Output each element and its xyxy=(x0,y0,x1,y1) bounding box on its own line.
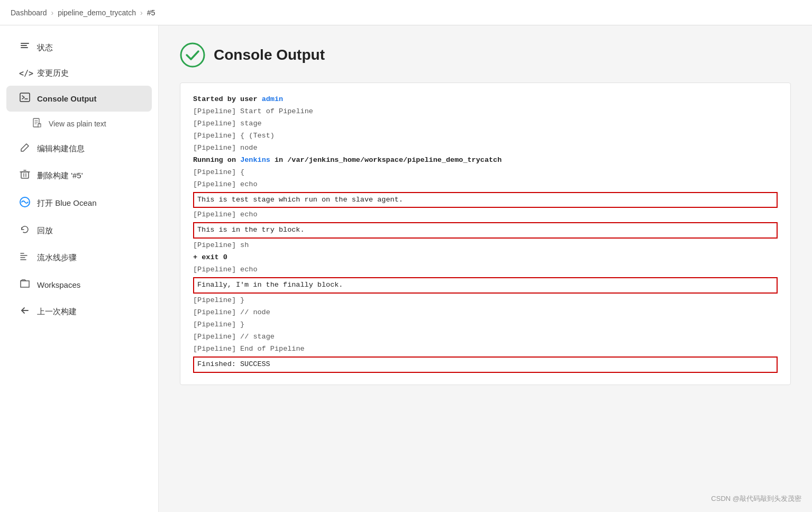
console-line-3: [Pipeline] { (Test) xyxy=(193,130,778,142)
prev-build-icon xyxy=(19,305,31,318)
console-output-icon xyxy=(19,92,31,105)
svg-rect-10 xyxy=(21,172,29,178)
edit-icon xyxy=(19,142,31,156)
pipeline-steps-icon xyxy=(19,251,31,264)
sidebar-label-delete-build: 删除构建 '#5' xyxy=(37,171,83,181)
sidebar-label-edit-build: 编辑构建信息 xyxy=(37,144,85,154)
change-history-icon: </> xyxy=(19,69,31,78)
status-icon xyxy=(19,41,31,54)
console-line-highlighted-3: Finally, I'm in the finally block. xyxy=(193,277,778,294)
sidebar-item-status[interactable]: 状态 xyxy=(6,35,152,61)
console-line-0: Started by user admin xyxy=(193,94,778,106)
svg-rect-1 xyxy=(21,45,27,46)
console-line-5: Running on Jenkins in /var/jenkins_home/… xyxy=(193,154,778,167)
sidebar-item-change-history[interactable]: </> 变更历史 xyxy=(6,62,152,85)
workspaces-icon xyxy=(19,278,31,291)
console-line-13: [Pipeline] echo xyxy=(193,264,778,276)
title-row: Console Output xyxy=(180,42,791,68)
console-line-17: [Pipeline] } xyxy=(193,319,778,331)
sidebar-item-delete-build[interactable]: 删除构建 '#5' xyxy=(6,163,152,189)
breadcrumb-dashboard[interactable]: Dashboard xyxy=(11,8,47,17)
console-line-18: [Pipeline] // stage xyxy=(193,331,778,343)
main-content: Console Output Started by user admin [Pi… xyxy=(159,25,812,512)
sidebar: 状态 </> 变更历史 Console Output View as plain… xyxy=(0,25,159,512)
console-line-7: [Pipeline] echo xyxy=(193,179,778,191)
success-icon xyxy=(180,42,205,68)
breadcrumb-sep-2: › xyxy=(140,8,143,17)
replay-icon xyxy=(19,224,31,237)
breadcrumb-sep-1: › xyxy=(51,8,54,17)
breadcrumb: Dashboard › pipeline_demo_trycatch › #5 xyxy=(0,0,812,25)
sidebar-item-console-output[interactable]: Console Output xyxy=(6,86,152,112)
sidebar-item-replay[interactable]: 回放 xyxy=(6,218,152,244)
console-line-19: [Pipeline] End of Pipeline xyxy=(193,343,778,355)
delete-icon xyxy=(19,169,31,182)
sidebar-item-view-plain-text[interactable]: View as plain text xyxy=(6,113,152,135)
breadcrumb-pipeline[interactable]: pipeline_demo_trycatch xyxy=(58,8,136,17)
console-line-15: [Pipeline] } xyxy=(193,295,778,307)
console-line-9: [Pipeline] echo xyxy=(193,209,778,221)
sidebar-label-workspaces: Workspaces xyxy=(37,280,80,289)
admin-link[interactable]: admin xyxy=(262,95,284,103)
sidebar-label-pipeline-steps: 流水线步骤 xyxy=(37,253,77,263)
sidebar-item-pipeline-steps[interactable]: 流水线步骤 xyxy=(6,245,152,271)
sidebar-label-change-history: 变更历史 xyxy=(37,68,69,78)
console-line-1: [Pipeline] Start of Pipeline xyxy=(193,106,778,118)
sidebar-label-prev-build: 上一次构建 xyxy=(37,307,77,317)
watermark: CSDN @敲代码敲到头发茂密 xyxy=(711,494,801,504)
console-line-11: [Pipeline] sh xyxy=(193,240,778,252)
sidebar-item-blue-ocean[interactable]: 打开 Blue Ocean xyxy=(6,190,152,217)
console-line-4: [Pipeline] node xyxy=(193,142,778,154)
plain-text-icon xyxy=(32,118,42,130)
console-line-highlighted-1: This is test stage which run on the slav… xyxy=(193,192,778,208)
sidebar-item-prev-build[interactable]: 上一次构建 xyxy=(6,299,152,325)
console-line-6: [Pipeline] { xyxy=(193,167,778,179)
svg-rect-0 xyxy=(21,43,29,44)
breadcrumb-build: #5 xyxy=(147,8,156,17)
svg-rect-3 xyxy=(20,93,30,102)
page-title: Console Output xyxy=(214,47,325,63)
console-line-2: [Pipeline] stage xyxy=(193,118,778,130)
svg-marker-9 xyxy=(38,124,41,127)
blue-ocean-icon xyxy=(19,196,31,211)
console-line-16: [Pipeline] // node xyxy=(193,307,778,319)
svg-rect-2 xyxy=(21,47,28,48)
sidebar-item-edit-build-info[interactable]: 编辑构建信息 xyxy=(6,136,152,162)
console-line-highlighted-4: Finished: SUCCESS xyxy=(193,356,778,373)
console-line-12: + exit 0 xyxy=(193,252,778,264)
jenkins-link[interactable]: Jenkins xyxy=(240,156,270,164)
sidebar-label-status: 状态 xyxy=(37,43,53,53)
sidebar-label-plain-text: View as plain text xyxy=(49,120,106,128)
sidebar-label-console-output: Console Output xyxy=(37,94,97,103)
console-output-box: Started by user admin [Pipeline] Start o… xyxy=(180,83,791,385)
sidebar-label-blue-ocean: 打开 Blue Ocean xyxy=(37,198,97,208)
svg-point-21 xyxy=(181,43,204,67)
sidebar-item-workspaces[interactable]: Workspaces xyxy=(6,272,152,298)
console-line-highlighted-2: This is in the try block. xyxy=(193,222,778,239)
sidebar-label-replay: 回放 xyxy=(37,226,53,236)
